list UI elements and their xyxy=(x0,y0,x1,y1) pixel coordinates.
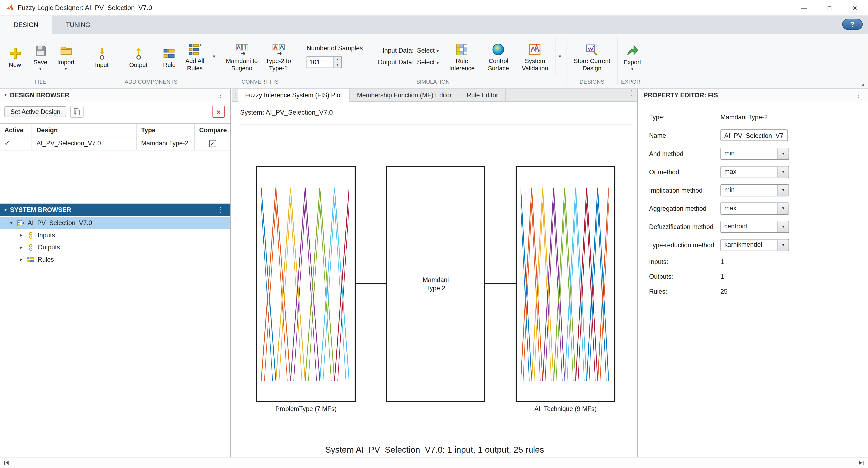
simulation-gallery-button[interactable]: ▾ xyxy=(556,38,564,74)
output-data-row: Output Data: Select ▾ xyxy=(373,59,439,65)
minimize-button[interactable]: — xyxy=(791,0,816,15)
type-value: Mamdani Type-2 xyxy=(720,114,768,120)
pe-row-and-method: And method min ▾ xyxy=(639,144,868,163)
implication-method-select[interactable]: min ▾ xyxy=(720,184,789,196)
new-button[interactable]: New xyxy=(3,44,27,68)
system-label: System: AI_PV_Selection_V7.0 xyxy=(240,108,333,116)
add-all-rules-button[interactable]: Add All Rules xyxy=(183,40,207,72)
tab-rule-editor[interactable]: Rule Editor xyxy=(460,89,506,101)
control-surface-button[interactable]: Control Surface xyxy=(481,40,516,72)
pe-row-name: Name xyxy=(639,126,868,144)
column-compare[interactable]: Compare xyxy=(195,124,230,137)
window-controls: — □ × xyxy=(791,0,868,15)
panel-menu-icon[interactable]: ⋮ xyxy=(853,91,863,99)
caret-right-icon[interactable]: ▸ xyxy=(19,232,24,238)
input-data-select[interactable]: Select ▾ xyxy=(417,47,439,54)
fis-input-variable-box[interactable] xyxy=(256,166,356,402)
collapse-caret-icon[interactable]: ▾ xyxy=(4,92,7,97)
ribbon-tab-strip: DESIGN TUNING ? xyxy=(0,15,868,34)
name-field[interactable] xyxy=(720,129,788,141)
input-data-row: Input Data: Select ▾ xyxy=(373,47,439,54)
rule-icon xyxy=(162,46,176,60)
tab-mf-editor[interactable]: Membership Function (MF) Editor xyxy=(350,89,459,101)
type-reduction-method-select[interactable]: karnikmendel ▾ xyxy=(720,239,789,251)
tree-node-fis-root[interactable]: ▾ AI_PV_Selection_V7.0 xyxy=(0,217,230,229)
inference-label: Mamdani Type 2 xyxy=(423,276,449,292)
section-label-export: EXPORT xyxy=(618,77,648,87)
delete-design-button[interactable]: × xyxy=(212,106,225,118)
copy-design-button[interactable] xyxy=(70,106,84,118)
scroll-to-end-icon[interactable] xyxy=(858,460,864,466)
caret-right-icon[interactable]: ▸ xyxy=(19,257,24,262)
or-method-select[interactable]: max ▾ xyxy=(720,166,789,178)
add-rule-button[interactable]: Rule xyxy=(157,44,181,68)
scroll-to-start-icon[interactable] xyxy=(3,460,9,466)
input-mf-plot xyxy=(261,184,349,381)
chevron-down-icon: ▾ xyxy=(436,60,439,65)
tree-node-label: Outputs xyxy=(38,244,60,251)
help-button[interactable]: ? xyxy=(842,19,863,30)
tree-node-label: Inputs xyxy=(38,232,55,238)
number-of-samples-stepper[interactable]: ▲ ▼ xyxy=(307,56,342,68)
type2-to-type1-button[interactable]: Type-2 to Type-1 xyxy=(261,40,296,72)
collapse-ribbon-icon[interactable]: ▴ xyxy=(862,82,865,87)
title-bar: Fuzzy Logic Designer: AI_PV_Selection_V7… xyxy=(0,0,868,15)
aggregation-method-select[interactable]: max ▾ xyxy=(720,202,789,214)
store-current-design-button[interactable]: Store Current Design xyxy=(570,40,614,72)
panel-grip-icon[interactable]: ⋮ xyxy=(232,89,238,101)
export-button[interactable]: Export ▾ xyxy=(620,41,645,71)
property-editor-form: Type: Mamdani Type-2 Name And method min… xyxy=(639,101,868,299)
spin-down-icon[interactable]: ▼ xyxy=(334,62,341,67)
tab-design[interactable]: DESIGN xyxy=(0,15,52,34)
defuzzification-method-select[interactable]: centroid ▾ xyxy=(720,220,789,233)
tree-node-outputs[interactable]: ▸ Outputs xyxy=(0,241,230,254)
column-active[interactable]: Active xyxy=(0,124,32,137)
fis-inference-box[interactable]: Mamdani Type 2 xyxy=(386,166,485,402)
column-type[interactable]: Type xyxy=(137,124,195,137)
document-menu-icon[interactable]: ⋮ xyxy=(627,89,637,101)
import-button[interactable]: Import ▾ xyxy=(54,41,78,71)
inputs-count: 1 xyxy=(720,258,724,265)
design-table-row[interactable]: ✓ AI_PV_Selection_V7.0 Mamdani Type-2 ✓ xyxy=(0,137,230,151)
control-surface-icon xyxy=(492,43,505,56)
mamdani-to-sugeno-icon xyxy=(235,43,249,56)
tree-node-inputs[interactable]: ▸ Inputs xyxy=(0,229,230,241)
panel-menu-icon[interactable]: ⋮ xyxy=(216,206,226,213)
spin-up-icon[interactable]: ▲ xyxy=(334,57,341,62)
export-icon xyxy=(625,44,639,57)
chevron-down-icon: ▾ xyxy=(777,239,788,250)
document-panel: ⋮ Fuzzy Inference System (FIS) Plot Memb… xyxy=(232,89,638,457)
check-icon: ✓ xyxy=(210,141,215,147)
main-area: ▾ DESIGN BROWSER ⋮ Set Active Design × A… xyxy=(0,89,868,457)
number-of-samples-label: Number of Samples xyxy=(307,44,363,51)
tab-tuning[interactable]: TUNING xyxy=(52,15,104,34)
save-button[interactable]: Save ▾ xyxy=(28,41,53,71)
rule-inference-button[interactable]: Rule Inference xyxy=(444,40,479,72)
system-browser-header: ▾ SYSTEM BROWSER ⋮ xyxy=(0,204,230,216)
panel-menu-icon[interactable]: ⋮ xyxy=(216,91,226,99)
samples-input[interactable] xyxy=(307,57,333,67)
input-icon xyxy=(95,46,108,60)
add-components-gallery-button[interactable]: ▾ xyxy=(210,38,218,74)
collapse-caret-icon[interactable]: ▾ xyxy=(4,207,7,212)
chevron-down-icon: ▾ xyxy=(777,203,788,214)
tree-node-rules[interactable]: ▸ Rules xyxy=(0,253,230,266)
add-output-button[interactable]: Output xyxy=(121,44,156,68)
column-design[interactable]: Design xyxy=(32,124,137,137)
property-editor-header: PROPERTY EDITOR: FIS ⋮ xyxy=(639,89,868,101)
close-button[interactable]: × xyxy=(842,0,868,15)
system-validation-button[interactable]: System Validation xyxy=(517,40,553,72)
fis-output-variable-box[interactable] xyxy=(516,166,615,402)
ribbon-section-add-components: Input Output Rule Add All Rules ▾ ADD CO… xyxy=(81,34,221,88)
design-browser-empty-area xyxy=(0,150,230,204)
caret-right-icon[interactable]: ▸ xyxy=(19,245,24,250)
compare-checkbox[interactable]: ✓ xyxy=(209,140,216,147)
tab-fis-plot[interactable]: Fuzzy Inference System (FIS) Plot xyxy=(238,89,350,102)
maximize-button[interactable]: □ xyxy=(817,0,842,15)
mamdani-to-sugeno-button[interactable]: Mamdani to Sugeno xyxy=(224,40,259,72)
caret-down-icon[interactable]: ▾ xyxy=(9,220,14,226)
set-active-design-button[interactable]: Set Active Design xyxy=(4,106,66,117)
add-input-button[interactable]: Input xyxy=(84,44,119,68)
output-data-select[interactable]: Select ▾ xyxy=(417,59,439,65)
and-method-select[interactable]: min ▾ xyxy=(720,148,789,160)
